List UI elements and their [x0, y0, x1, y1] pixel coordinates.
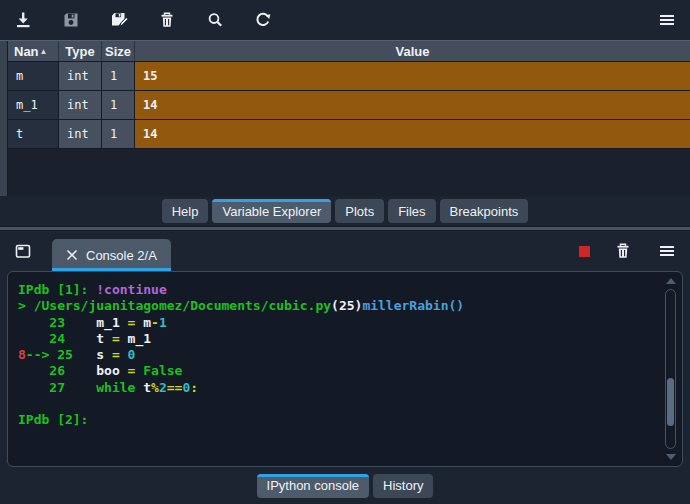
tab-variable-explorer[interactable]: Variable Explorer — [212, 199, 331, 223]
cell-name[interactable]: m_1 — [8, 91, 59, 119]
variable-table-body: mint115m_1int114tint114 — [8, 62, 690, 149]
cell-size[interactable]: 1 — [102, 62, 135, 90]
browse-tabs-icon[interactable] — [12, 240, 34, 262]
variable-explorer-toolbar — [0, 0, 690, 40]
column-header-name-label: Nan — [14, 44, 39, 59]
tab-plots[interactable]: Plots — [335, 199, 384, 223]
scrollbar-down-icon[interactable] — [666, 454, 676, 460]
console-options-menu-icon[interactable] — [656, 240, 678, 262]
column-header-size[interactable]: Size — [102, 41, 135, 61]
cell-value[interactable]: 14 — [135, 120, 690, 148]
options-menu-icon[interactable] — [656, 9, 678, 31]
remove-console-variables-icon[interactable] — [612, 240, 634, 262]
console-line: 26 boo = False — [18, 363, 658, 379]
cell-type[interactable]: int — [59, 62, 102, 90]
tab-ipython-console[interactable]: IPython console — [257, 474, 370, 498]
interrupt-kernel-icon[interactable] — [579, 246, 590, 257]
spyder-panes: Nan▲ Type Size Value mint115m_1int114tin… — [0, 0, 690, 504]
cell-name[interactable]: t — [8, 120, 59, 148]
console-line: 27 while t%2==0: — [18, 380, 658, 396]
console-output[interactable]: IPdb [1]: !continue> /Users/juanitagomez… — [8, 272, 682, 439]
table-row[interactable]: mint115 — [8, 62, 690, 91]
variable-table: Nan▲ Type Size Value mint115m_1int114tin… — [0, 40, 690, 196]
cell-size[interactable]: 1 — [102, 91, 135, 119]
sort-ascending-icon: ▲ — [40, 47, 48, 56]
table-row[interactable]: tint114 — [8, 120, 690, 149]
import-data-icon[interactable] — [12, 9, 34, 31]
remove-all-variables-icon[interactable] — [156, 9, 178, 31]
scrollbar-up-icon[interactable] — [666, 278, 676, 284]
console-line: 8--> 25 s = 0 — [18, 347, 658, 363]
console-scrollbar[interactable] — [664, 275, 678, 463]
table-header-row: Nan▲ Type Size Value — [8, 41, 690, 62]
console-line: IPdb [1]: !continue — [18, 282, 658, 298]
table-row[interactable]: m_1int114 — [8, 91, 690, 120]
scrollbar-thumb[interactable] — [667, 378, 674, 425]
cell-value[interactable]: 15 — [135, 62, 690, 90]
cell-type[interactable]: int — [59, 120, 102, 148]
console-line: 24 t = m_1 — [18, 331, 658, 347]
save-data-icon[interactable] — [60, 9, 82, 31]
close-tab-icon[interactable] — [66, 249, 78, 261]
column-header-value[interactable]: Value — [135, 41, 690, 61]
cell-name[interactable]: m — [8, 62, 59, 90]
scrollbar-track[interactable] — [665, 289, 676, 449]
console-output-area[interactable]: IPdb [1]: !continue> /Users/juanitagomez… — [7, 271, 683, 467]
search-variable-icon[interactable] — [204, 9, 226, 31]
console-toolbar: Console 2/A — [0, 231, 690, 271]
column-header-type[interactable]: Type — [59, 41, 102, 61]
cell-value[interactable]: 14 — [135, 91, 690, 119]
row-header-strip — [0, 41, 8, 196]
tab-files[interactable]: Files — [388, 199, 435, 223]
console-tab-bar: IPython consoleHistory — [0, 467, 690, 504]
console-line: IPdb [2]: — [18, 412, 658, 428]
tab-breakpoints[interactable]: Breakpoints — [440, 199, 529, 223]
cell-size[interactable]: 1 — [102, 120, 135, 148]
column-header-name[interactable]: Nan▲ — [8, 41, 59, 61]
tab-help[interactable]: Help — [162, 199, 209, 223]
tab-console-2a[interactable]: Console 2/A — [52, 239, 171, 271]
tab-history[interactable]: History — [373, 474, 433, 498]
pane-tab-bar: HelpVariable ExplorerPlotsFilesBreakpoin… — [0, 196, 690, 226]
console-tab-label: Console 2/A — [86, 248, 157, 263]
console-line: 23 m_1 = m-1 — [18, 315, 658, 331]
console-line — [18, 396, 658, 412]
save-data-as-icon[interactable] — [108, 9, 130, 31]
cell-type[interactable]: int — [59, 91, 102, 119]
refresh-variables-icon[interactable] — [252, 9, 274, 31]
console-line: > /Users/juanitagomez/Documents/cubic.py… — [18, 298, 658, 314]
